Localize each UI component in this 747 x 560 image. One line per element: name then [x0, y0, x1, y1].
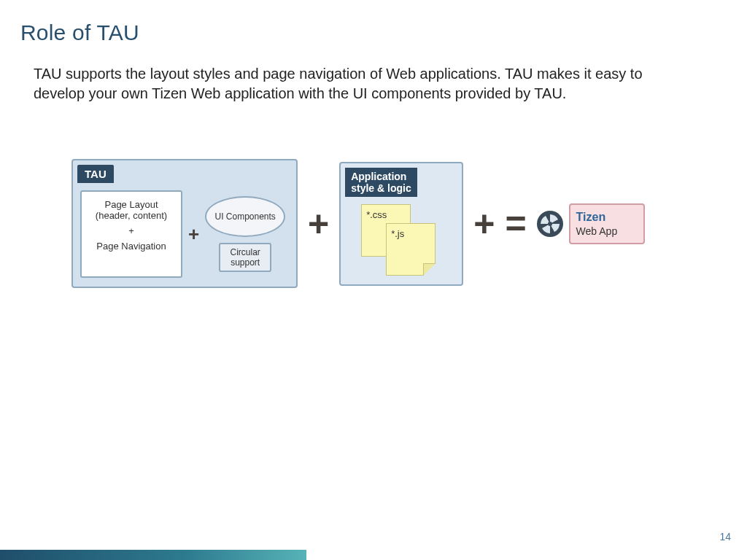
tau-label: TAU	[77, 165, 114, 183]
page-layout-box: Page Layout (header, content) + Page Nav…	[80, 190, 182, 278]
equals-icon: =	[505, 206, 526, 242]
note-fold-icon	[423, 263, 436, 276]
note-js-text: *.js	[391, 228, 404, 239]
tau-plus-icon: +	[188, 223, 199, 246]
ui-stack: UI Components Circular support	[205, 196, 285, 272]
tau-inner: Page Layout (header, content) + Page Nav…	[73, 183, 296, 287]
note-css-text: *.css	[366, 209, 387, 220]
page-navigation: Page Navigation	[86, 241, 177, 252]
circular-support-box: Circular support	[219, 243, 271, 272]
plus-icon: +	[308, 206, 329, 242]
plus-icon: +	[473, 206, 495, 242]
app-label-line2: style & logic	[351, 182, 411, 194]
app-label-line1: Application	[351, 171, 406, 182]
result-group: Tizen Web App	[537, 203, 645, 244]
slide-title: Role of TAU	[20, 20, 727, 45]
svg-point-0	[548, 222, 552, 226]
slide-paragraph: TAU supports the layout styles and page …	[34, 64, 690, 104]
page-layout-line2: (header, content)	[86, 210, 177, 221]
footer-accent-bar	[0, 550, 306, 560]
app-style-logic-box: Application style & logic *.css *.js	[339, 162, 463, 286]
inner-plus: +	[86, 225, 177, 236]
note-js: *.js	[386, 223, 436, 276]
tizen-pinwheel-icon	[537, 211, 563, 237]
tizen-sub: Web App	[576, 225, 638, 237]
app-label: Application style & logic	[345, 168, 417, 197]
diagram: TAU Page Layout (header, content) + Page…	[71, 159, 727, 288]
page-layout-line1: Page Layout	[86, 199, 177, 210]
tau-box: TAU Page Layout (header, content) + Page…	[71, 159, 298, 288]
tizen-brand: Tizen	[576, 211, 638, 224]
page-number: 14	[719, 531, 731, 542]
tizen-webapp-box: Tizen Web App	[569, 203, 645, 244]
slide: Role of TAU TAU supports the layout styl…	[0, 0, 747, 560]
ui-components-ellipse: UI Components	[205, 196, 285, 237]
